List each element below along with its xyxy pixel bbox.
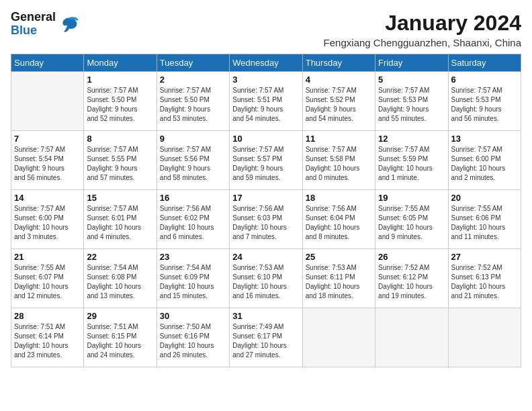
calendar-cell: 30Sunrise: 7:50 AMSunset: 6:16 PMDayligh… <box>157 308 229 367</box>
calendar-cell: 15Sunrise: 7:57 AMSunset: 6:01 PMDayligh… <box>84 190 157 249</box>
day-number: 6 <box>451 75 518 85</box>
calendar-cell: 4Sunrise: 7:57 AMSunset: 5:52 PMDaylight… <box>302 72 375 131</box>
day-number: 14 <box>14 193 81 203</box>
day-info: Sunrise: 7:57 AMSunset: 6:00 PMDaylight:… <box>451 145 518 183</box>
calendar-cell: 28Sunrise: 7:51 AMSunset: 6:14 PMDayligh… <box>11 308 84 367</box>
day-info: Sunrise: 7:51 AMSunset: 6:15 PMDaylight:… <box>87 322 153 360</box>
day-number: 31 <box>232 311 299 321</box>
week-row-5: 28Sunrise: 7:51 AMSunset: 6:14 PMDayligh… <box>11 308 521 367</box>
day-number: 8 <box>87 134 153 144</box>
day-info: Sunrise: 7:55 AMSunset: 6:07 PMDaylight:… <box>14 263 81 301</box>
day-number: 21 <box>14 252 81 262</box>
day-number: 18 <box>306 193 372 203</box>
week-row-1: 1Sunrise: 7:57 AMSunset: 5:50 PMDaylight… <box>11 72 521 131</box>
week-row-3: 14Sunrise: 7:57 AMSunset: 6:00 PMDayligh… <box>11 190 521 249</box>
day-number: 1 <box>87 75 153 85</box>
logo-general: General <box>11 11 56 24</box>
logo-bird-icon <box>58 13 80 35</box>
calendar-cell <box>375 308 448 367</box>
day-number: 13 <box>451 134 518 144</box>
day-info: Sunrise: 7:56 AMSunset: 6:03 PMDaylight:… <box>232 204 299 242</box>
day-number: 15 <box>87 193 153 203</box>
calendar-cell <box>448 308 521 367</box>
calendar-cell: 24Sunrise: 7:53 AMSunset: 6:10 PMDayligh… <box>230 249 302 308</box>
day-info: Sunrise: 7:57 AMSunset: 5:53 PMDaylight:… <box>378 86 445 124</box>
day-info: Sunrise: 7:55 AMSunset: 6:05 PMDaylight:… <box>378 204 445 242</box>
calendar-cell: 31Sunrise: 7:49 AMSunset: 6:17 PMDayligh… <box>230 308 302 367</box>
day-info: Sunrise: 7:57 AMSunset: 5:55 PMDaylight:… <box>87 145 153 183</box>
page-header: General Blue January 2024 Fengxiang Chen… <box>11 11 521 48</box>
calendar-cell: 23Sunrise: 7:54 AMSunset: 6:09 PMDayligh… <box>157 249 229 308</box>
calendar-cell <box>11 72 84 131</box>
calendar-cell: 25Sunrise: 7:53 AMSunset: 6:11 PMDayligh… <box>302 249 375 308</box>
day-info: Sunrise: 7:52 AMSunset: 6:12 PMDaylight:… <box>378 263 445 301</box>
calendar-cell: 9Sunrise: 7:57 AMSunset: 5:56 PMDaylight… <box>157 131 229 190</box>
day-number: 20 <box>451 193 518 203</box>
day-number: 10 <box>232 134 299 144</box>
day-info: Sunrise: 7:49 AMSunset: 6:17 PMDaylight:… <box>232 322 299 360</box>
day-number: 24 <box>232 252 299 262</box>
calendar-cell: 13Sunrise: 7:57 AMSunset: 6:00 PMDayligh… <box>448 131 521 190</box>
day-info: Sunrise: 7:56 AMSunset: 6:02 PMDaylight:… <box>160 204 226 242</box>
day-info: Sunrise: 7:52 AMSunset: 6:13 PMDaylight:… <box>451 263 518 301</box>
day-number: 25 <box>306 252 372 262</box>
day-info: Sunrise: 7:57 AMSunset: 5:52 PMDaylight:… <box>306 86 372 124</box>
day-number: 19 <box>378 193 445 203</box>
day-number: 23 <box>160 252 226 262</box>
day-number: 12 <box>378 134 445 144</box>
week-row-4: 21Sunrise: 7:55 AMSunset: 6:07 PMDayligh… <box>11 249 521 308</box>
day-info: Sunrise: 7:53 AMSunset: 6:11 PMDaylight:… <box>306 263 372 301</box>
day-info: Sunrise: 7:57 AMSunset: 5:51 PMDaylight:… <box>232 86 299 124</box>
day-number: 5 <box>378 75 445 85</box>
day-number: 26 <box>378 252 445 262</box>
day-info: Sunrise: 7:57 AMSunset: 5:56 PMDaylight:… <box>160 145 226 183</box>
month-title: January 2024 <box>324 11 521 36</box>
col-tuesday: Tuesday <box>157 54 229 72</box>
day-number: 17 <box>232 193 299 203</box>
col-friday: Friday <box>375 54 448 72</box>
location: Fengxiang Chengguanzhen, Shaanxi, China <box>324 37 521 48</box>
day-info: Sunrise: 7:57 AMSunset: 6:01 PMDaylight:… <box>87 204 153 242</box>
day-number: 3 <box>232 75 299 85</box>
day-info: Sunrise: 7:57 AMSunset: 5:50 PMDaylight:… <box>87 86 153 124</box>
day-number: 22 <box>87 252 153 262</box>
logo-blue: Blue <box>11 24 56 38</box>
calendar-cell: 18Sunrise: 7:56 AMSunset: 6:04 PMDayligh… <box>302 190 375 249</box>
day-info: Sunrise: 7:57 AMSunset: 5:53 PMDaylight:… <box>451 86 518 124</box>
calendar-cell: 2Sunrise: 7:57 AMSunset: 5:50 PMDaylight… <box>157 72 229 131</box>
calendar-header-row: Sunday Monday Tuesday Wednesday Thursday… <box>11 54 521 72</box>
calendar-cell: 3Sunrise: 7:57 AMSunset: 5:51 PMDaylight… <box>230 72 302 131</box>
day-number: 29 <box>87 311 153 321</box>
calendar-cell: 19Sunrise: 7:55 AMSunset: 6:05 PMDayligh… <box>375 190 448 249</box>
calendar-cell: 29Sunrise: 7:51 AMSunset: 6:15 PMDayligh… <box>84 308 157 367</box>
calendar-table: Sunday Monday Tuesday Wednesday Thursday… <box>11 54 521 367</box>
calendar-cell: 21Sunrise: 7:55 AMSunset: 6:07 PMDayligh… <box>11 249 84 308</box>
col-monday: Monday <box>84 54 157 72</box>
day-info: Sunrise: 7:50 AMSunset: 6:16 PMDaylight:… <box>160 322 226 360</box>
calendar-cell: 5Sunrise: 7:57 AMSunset: 5:53 PMDaylight… <box>375 72 448 131</box>
calendar-cell: 26Sunrise: 7:52 AMSunset: 6:12 PMDayligh… <box>375 249 448 308</box>
calendar-cell: 8Sunrise: 7:57 AMSunset: 5:55 PMDaylight… <box>84 131 157 190</box>
day-info: Sunrise: 7:56 AMSunset: 6:04 PMDaylight:… <box>306 204 372 242</box>
day-number: 30 <box>160 311 226 321</box>
day-info: Sunrise: 7:55 AMSunset: 6:06 PMDaylight:… <box>451 204 518 242</box>
day-number: 16 <box>160 193 226 203</box>
calendar-cell: 17Sunrise: 7:56 AMSunset: 6:03 PMDayligh… <box>230 190 302 249</box>
title-block: January 2024 Fengxiang Chengguanzhen, Sh… <box>324 11 521 48</box>
calendar-cell <box>302 308 375 367</box>
day-info: Sunrise: 7:57 AMSunset: 5:58 PMDaylight:… <box>306 145 372 183</box>
logo: General Blue <box>11 11 80 38</box>
day-info: Sunrise: 7:57 AMSunset: 5:57 PMDaylight:… <box>232 145 299 183</box>
col-sunday: Sunday <box>11 54 84 72</box>
calendar-cell: 14Sunrise: 7:57 AMSunset: 6:00 PMDayligh… <box>11 190 84 249</box>
day-info: Sunrise: 7:54 AMSunset: 6:09 PMDaylight:… <box>160 263 226 301</box>
col-thursday: Thursday <box>302 54 375 72</box>
calendar-cell: 7Sunrise: 7:57 AMSunset: 5:54 PMDaylight… <box>11 131 84 190</box>
col-wednesday: Wednesday <box>230 54 302 72</box>
calendar-cell: 12Sunrise: 7:57 AMSunset: 5:59 PMDayligh… <box>375 131 448 190</box>
calendar-cell: 10Sunrise: 7:57 AMSunset: 5:57 PMDayligh… <box>230 131 302 190</box>
calendar-cell: 22Sunrise: 7:54 AMSunset: 6:08 PMDayligh… <box>84 249 157 308</box>
day-info: Sunrise: 7:54 AMSunset: 6:08 PMDaylight:… <box>87 263 153 301</box>
calendar-cell: 27Sunrise: 7:52 AMSunset: 6:13 PMDayligh… <box>448 249 521 308</box>
day-number: 11 <box>306 134 372 144</box>
